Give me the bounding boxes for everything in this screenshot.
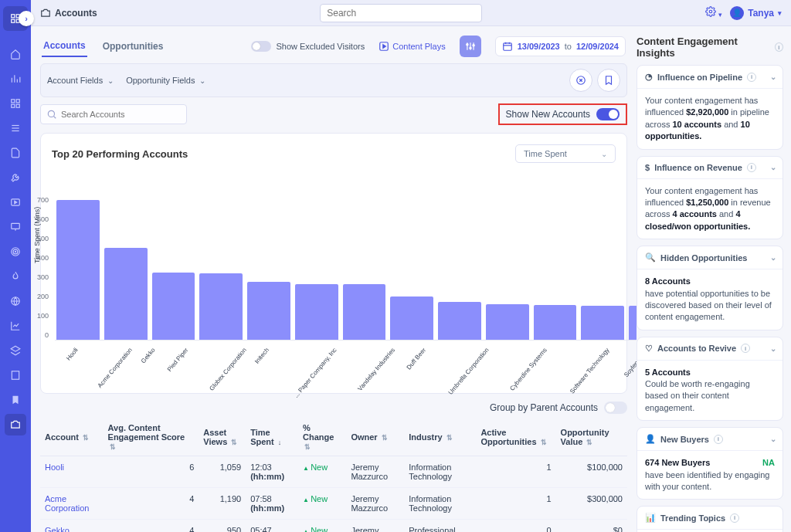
filter-chip-button[interactable] [460,36,481,57]
column-header-time[interactable]: Time Spent ↓ [246,418,298,456]
y-tick: 600 [37,215,49,223]
column-header-score[interactable]: Avg. Content Engagement Score ⇅ [104,418,199,456]
chart-bar[interactable] [199,273,243,340]
nav-tools-icon[interactable] [5,167,26,188]
content-plays-link[interactable]: Content Plays [379,41,445,52]
chart-bar[interactable] [390,296,433,340]
heart-icon: ♡ [645,344,653,354]
nav-bookmark-icon-rail[interactable] [5,389,26,411]
breadcrumb-icon [40,8,51,19]
insight-card-pipeline[interactable]: ◔Influence on Pipelinei⌄ Your content en… [637,65,783,150]
svg-point-29 [466,44,467,46]
nav-layers-icon[interactable] [5,340,26,361]
settings-icon[interactable]: ▾ [705,6,722,19]
info-icon[interactable]: i [775,42,783,52]
nav-target-icon[interactable] [5,241,26,263]
insight-card-trending[interactable]: 📊Trending Topicsi Event Planners NAImpro… [637,506,783,532]
account-link[interactable]: Acme Corporation [45,494,89,513]
chart-bar[interactable] [629,306,637,340]
show-new-accounts-toggle[interactable] [596,108,620,120]
global-search-input[interactable] [320,4,482,22]
calendar-icon [502,41,513,52]
nav-home-icon[interactable] [5,43,26,65]
svg-rect-5 [16,100,19,103]
left-nav-rail: › [0,0,31,532]
user-icon: 👤 [645,434,656,444]
show-excluded-toggle[interactable]: Show Excluded Visitors [251,41,365,52]
user-menu[interactable]: 👤 Tanya ▾ [730,6,782,20]
expand-nav-button[interactable]: › [19,11,34,26]
breadcrumb-label: Accounts [55,8,97,19]
info-icon[interactable]: i [714,435,723,444]
chart-bar[interactable] [343,284,386,341]
svg-point-23 [709,10,712,13]
svg-point-39 [48,110,54,117]
svg-line-40 [53,116,56,118]
svg-rect-32 [503,43,511,50]
search-accounts-input[interactable] [40,104,187,124]
account-link[interactable]: Gekko [45,526,70,532]
svg-rect-0 [12,15,15,18]
svg-rect-6 [12,104,15,107]
nav-video-icon[interactable] [5,191,26,213]
nav-presentation-icon[interactable] [5,216,26,238]
opportunity-fields-dropdown[interactable]: Opportunity Fields ⌄ [126,76,205,85]
insight-card-revive[interactable]: ♡Accounts to Revivei⌄ 5 AccountsCould be… [637,337,783,422]
group-by-toggle[interactable] [604,402,627,414]
account-fields-dropdown[interactable]: Account Fields ⌄ [47,76,114,85]
bookmark-button[interactable] [597,69,620,92]
svg-point-17 [15,251,15,252]
svg-rect-13 [12,223,20,229]
revenue-icon: $ [645,163,650,172]
chart-bar[interactable] [152,273,195,340]
chart-bar[interactable] [56,200,100,340]
search-icon [46,109,57,122]
nav-grid-icon[interactable] [5,93,26,114]
column-header-change[interactable]: % Change ⇅ [298,418,346,456]
nav-analytics-icon[interactable] [5,68,26,90]
chevron-down-icon: ⌄ [107,76,114,85]
nav-building-icon[interactable] [5,364,26,386]
insight-card-revenue[interactable]: $Influence on Revenuei⌄ Your content eng… [637,156,783,240]
chart-bar[interactable] [295,284,338,341]
insight-card-buyers[interactable]: 👤New Buyersi⌄ 674 New BuyersNAhave been … [637,427,783,500]
svg-point-30 [470,47,471,49]
pipeline-icon: ◔ [645,72,653,82]
chart-bar[interactable] [104,248,148,341]
nav-document-icon[interactable] [5,142,26,164]
column-header-views[interactable]: Asset Views ⇅ [199,418,246,456]
insight-card-hidden[interactable]: 🔍Hidden Opportunities⌄ 8 Accountshave po… [637,246,783,330]
info-icon[interactable]: i [747,163,756,172]
nav-accounts-icon[interactable] [5,414,26,435]
column-header-account[interactable]: Account ⇅ [40,418,104,456]
account-link[interactable]: Hooli [45,463,64,472]
info-icon[interactable]: i [747,73,756,82]
column-header-opp_value[interactable]: Opportunity Value ⇅ [556,418,627,456]
svg-rect-20 [12,371,19,380]
app-logo[interactable]: › [3,6,28,31]
nav-fire-icon[interactable] [5,266,26,287]
change-badge: New [303,526,328,532]
date-range-picker[interactable]: 13/09/2023 to 12/09/2024 [495,36,626,56]
change-badge: New [303,463,328,472]
y-tick: 700 [37,196,49,204]
table-row: Gekko495005:47 (hh:mm)NewJeremy Mazzurco… [40,520,627,533]
chart-bar[interactable] [534,305,577,340]
tab-accounts[interactable]: Accounts [42,36,87,57]
column-header-owner[interactable]: Owner ⇅ [346,418,404,456]
chart-bar[interactable] [581,306,624,340]
nav-globe-icon[interactable] [5,290,26,312]
column-header-opps[interactable]: Active Opportunities ⇅ [476,418,555,456]
x-tick: Soylent Corp [619,344,637,400]
chart-bar[interactable] [247,282,290,340]
tab-opportunities[interactable]: Opportunities [101,36,165,56]
info-icon[interactable]: i [730,513,739,523]
chart-bar[interactable] [486,304,529,340]
column-header-industry[interactable]: Industry ⇅ [404,418,476,456]
chart-metric-select[interactable]: Time Spent ⌄ [515,144,616,163]
clear-filters-button[interactable] [569,69,592,92]
chart-bar[interactable] [438,302,481,340]
nav-chart-icon[interactable] [5,315,26,337]
nav-list-icon[interactable] [5,117,26,139]
info-icon[interactable]: i [741,344,750,353]
